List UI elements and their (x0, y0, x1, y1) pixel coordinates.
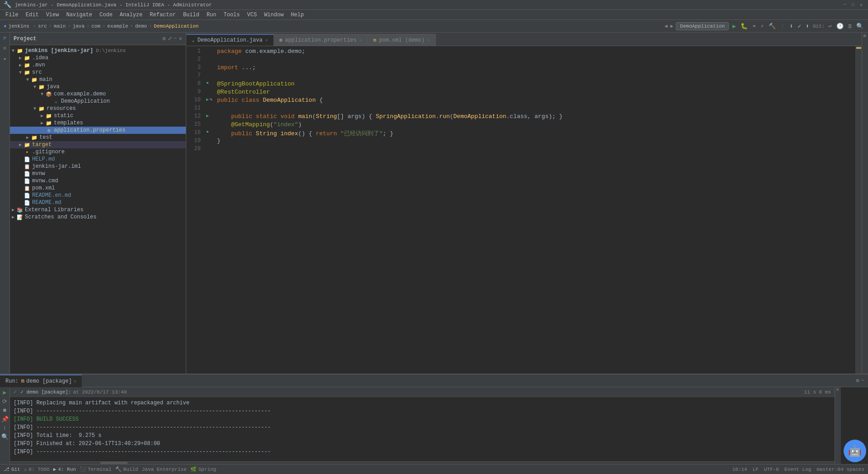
tree-mvnw[interactable]: 📄 mvnw (10, 170, 186, 177)
tree-scratches[interactable]: ▶ 📝 Scratches and Consoles (10, 213, 186, 221)
console-pin-icon[interactable]: 📌 (1, 414, 9, 423)
tab-props-close[interactable]: ✕ (359, 38, 362, 43)
status-git[interactable]: ⎇ Git (4, 466, 20, 472)
tab-pom-close[interactable]: ✕ (427, 38, 430, 43)
status-spring[interactable]: 🌿 Spring (190, 466, 217, 472)
bottom-tab-run[interactable]: Run: m demo [package] ✕ (0, 374, 82, 387)
tab-properties[interactable]: ⚙ application.properties ✕ (274, 34, 368, 46)
history-button[interactable]: 🕐 (835, 22, 844, 31)
maximize-button[interactable]: □ (850, 2, 856, 8)
line10-edit-icon[interactable]: ✎ (210, 97, 212, 102)
project-settings-icon[interactable]: ⚙ (162, 35, 165, 42)
git-commit-button[interactable]: ✓ (797, 22, 802, 31)
tab-demo-close[interactable]: ✕ (265, 38, 268, 43)
build-button[interactable]: 🔨 (768, 22, 777, 31)
line12-run-icon[interactable]: ▶ (206, 113, 209, 118)
menu-item-view[interactable]: View (42, 11, 63, 19)
console-rerun-icon[interactable]: ⟳ (2, 396, 7, 405)
menu-item-vcs[interactable]: VCS (244, 11, 261, 19)
console-scroll-icon[interactable]: ↕ (3, 423, 7, 431)
tree-readme[interactable]: 📄 README.md (10, 199, 186, 206)
scratches-icon: 📝 (16, 214, 24, 220)
project-close-icon[interactable]: ✕ (179, 35, 182, 42)
run-button[interactable]: ▶ (731, 22, 737, 31)
tree-resources[interactable]: ▼ 📁 resources (10, 105, 186, 112)
console-scrollbar-thumb[interactable] (100, 462, 127, 464)
tree-root[interactable]: ▼ 📁 jenkins [jenkins-jar] D:\jenkins (10, 47, 186, 54)
line10-run-icon[interactable]: ▶ (206, 97, 209, 102)
tree-test[interactable]: ▶ 📁 test (10, 134, 186, 141)
console-run-icon[interactable]: ▶ (3, 387, 7, 396)
tree-target[interactable]: ▶ 📁 target (10, 141, 186, 148)
tree-gitignore[interactable]: 🔸 .gitignore (10, 148, 186, 156)
git-push-button[interactable]: ⬆ (805, 22, 810, 31)
code-editor[interactable]: 1 package com.example.demo; 2 3 import .… (186, 46, 855, 374)
tree-readme-en[interactable]: 📄 README.en.md (10, 192, 186, 199)
menu-item-refactor[interactable]: Refactor (146, 11, 179, 19)
status-java-enterprise[interactable]: Java Enterprise (142, 467, 187, 472)
status-todo[interactable]: ⚠ 6: TODO (24, 466, 50, 472)
tree-mvn[interactable]: ▶ 📁 .mvn (10, 62, 186, 69)
project-expand-icon[interactable]: ⤢ (168, 35, 172, 42)
menu-item-tools[interactable]: Tools (220, 11, 244, 19)
project-collapse-icon[interactable]: – (174, 35, 177, 42)
sidebar-favorites-icon[interactable]: ★ (1, 54, 9, 62)
tree-idea[interactable]: ▶ 📁 .idea (10, 54, 186, 62)
status-event-log[interactable]: Event Log (784, 467, 811, 472)
menu-item-window[interactable]: Window (260, 11, 287, 19)
readme-en-icon: 📄 (24, 193, 31, 199)
tree-src[interactable]: ▼ 📁 src (10, 69, 186, 76)
tree-resources-label: resources (47, 105, 76, 112)
rollback-button[interactable]: ↩ (827, 22, 833, 31)
tree-java[interactable]: ▼ 📁 java (10, 83, 186, 90)
minimize-button[interactable]: ─ (842, 2, 848, 8)
git-update-button[interactable]: ⬇ (788, 22, 794, 31)
nav-project-label: jenkins (9, 24, 29, 29)
nav-forward-icon[interactable]: ▶ (670, 23, 674, 29)
bottom-settings-icon[interactable]: ⚙ (856, 377, 859, 384)
debug-button[interactable]: 🐛 (740, 22, 749, 31)
menu-item-build[interactable]: Build (179, 11, 203, 19)
menu-item-run[interactable]: Run (203, 11, 220, 19)
status-build[interactable]: 🔨 Build (115, 466, 138, 472)
tree-demo-app[interactable]: ☕ DemoApplication (10, 98, 186, 105)
menu-item-analyze[interactable]: Analyze (116, 11, 146, 19)
tree-pom[interactable]: 📋 pom.xml (10, 185, 186, 192)
tab-demo-application[interactable]: ☕ DemoApplication.java ✕ (186, 34, 274, 46)
menu-item-code[interactable]: Code (96, 11, 116, 19)
sidebar-project-icon[interactable]: P (1, 34, 9, 43)
tree-help-md[interactable]: 📄 HELP.md (10, 156, 186, 163)
profile-button[interactable]: ⚡ (760, 22, 765, 31)
menu-item-edit[interactable]: Edit (22, 11, 42, 19)
coverage-button[interactable]: ☂ (751, 22, 757, 31)
tree-mvnwcmd[interactable]: 📄 mvnw.cmd (10, 177, 186, 185)
tree-iml[interactable]: 📋 jenkins-jar.iml (10, 163, 186, 170)
run-config-selector[interactable]: DemoApplication (676, 22, 729, 30)
tree-ext-libs[interactable]: ▶ 📚 External Libraries (10, 206, 186, 213)
search-everywhere-button[interactable]: 🔍 (855, 22, 864, 31)
tab-pom[interactable]: m pom.xml (demo) ✕ (368, 34, 436, 46)
bottom-tab-run-close[interactable]: ✕ (74, 379, 76, 384)
console-scrollbar[interactable] (10, 461, 835, 464)
sidebar-structure-icon[interactable]: ≡ (1, 44, 9, 52)
titlebar-controls[interactable]: ─ □ ✕ (842, 2, 864, 8)
nav-back-icon[interactable]: ◀ (665, 23, 668, 29)
status-terminal[interactable]: ⬛ Terminal (80, 466, 112, 472)
breadcrumb-com: com (91, 24, 100, 29)
console-stop-icon[interactable]: ■ (3, 405, 7, 414)
root-folder-icon: 📁 (16, 48, 24, 54)
code-line-9: 9 @RestController (186, 89, 855, 97)
vcs-annotate-button[interactable]: ≣ (847, 22, 853, 31)
console-filter-icon[interactable]: 🔍 (1, 431, 9, 441)
status-run[interactable]: ▶ 4: Run (53, 466, 76, 472)
tree-main[interactable]: ▼ 📁 main (10, 76, 186, 83)
menu-item-help[interactable]: Help (287, 11, 307, 19)
tree-app-properties[interactable]: ⚙ application.properties (10, 127, 186, 134)
close-button[interactable]: ✕ (858, 2, 864, 8)
tree-pkg[interactable]: ▼ 📦 com.example.demo (10, 90, 186, 98)
tree-templates[interactable]: ▶ 📁 templates (10, 119, 186, 127)
tree-static[interactable]: ▶ 📁 static (10, 112, 186, 119)
bottom-minimize-icon[interactable]: – (861, 377, 864, 384)
menu-item-navigate[interactable]: Navigate (62, 11, 96, 19)
menu-item-file[interactable]: File (2, 11, 22, 19)
